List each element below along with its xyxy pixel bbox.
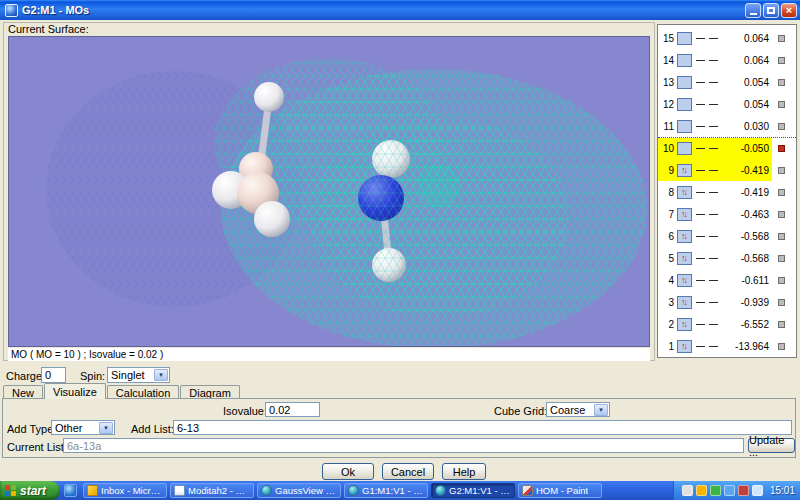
mo-row[interactable]: 6↑↓-0.568 bbox=[658, 225, 796, 247]
add-type-dropdown[interactable]: Other ▼ bbox=[51, 420, 115, 435]
chevron-down-icon[interactable]: ▼ bbox=[99, 422, 113, 434]
mo-occupancy-box[interactable]: ↑↓ bbox=[677, 340, 692, 353]
mo-row[interactable]: 7↑↓-0.463 bbox=[658, 203, 796, 225]
down-arrow-icon: ↓ bbox=[684, 210, 689, 219]
mo-occupancy-box[interactable]: ↑↓ bbox=[677, 186, 692, 199]
mo-row[interactable]: 5↑↓-0.568 bbox=[658, 247, 796, 269]
mo-row[interactable]: 9↑↓-0.419 bbox=[658, 159, 796, 181]
taskbar-item[interactable]: Inbox - Microsoft ... bbox=[83, 483, 167, 498]
mo-row[interactable]: 8↑↓-0.419 bbox=[658, 181, 796, 203]
help-button[interactable]: Help bbox=[442, 463, 486, 480]
mo-occupancy-box[interactable] bbox=[677, 142, 692, 155]
mo-row-main: 10-0.050 bbox=[658, 138, 772, 159]
chevron-down-icon[interactable]: ▼ bbox=[594, 404, 608, 416]
mo-select-checkbox[interactable] bbox=[778, 35, 785, 42]
mo-select-checkbox[interactable] bbox=[778, 79, 785, 86]
mo-select-checkbox[interactable] bbox=[778, 233, 785, 240]
mo-occupancy-box[interactable] bbox=[677, 98, 692, 111]
mo-row[interactable]: 150.064 bbox=[658, 27, 796, 49]
cancel-button[interactable]: Cancel bbox=[382, 463, 434, 480]
mo-select-checkbox[interactable] bbox=[778, 343, 785, 350]
mo-level-line bbox=[696, 280, 705, 281]
surface-status-text: MO ( MO = 10 ) ; Isovalue = 0.02 ) bbox=[8, 348, 650, 361]
gaussview-icon bbox=[348, 485, 359, 496]
mo-occupancy-box[interactable] bbox=[677, 120, 692, 133]
window-titlebar[interactable]: G2:M1 - MOs × bbox=[0, 0, 800, 20]
mo-row[interactable]: 140.064 bbox=[658, 49, 796, 71]
ok-button[interactable]: Ok bbox=[322, 463, 374, 480]
current-list-input[interactable] bbox=[63, 438, 744, 453]
mo-row[interactable]: 110.030 bbox=[658, 115, 796, 137]
start-button[interactable]: start bbox=[0, 481, 60, 500]
mo-row[interactable]: 2↑↓-6.552 bbox=[658, 313, 796, 335]
mo-row[interactable]: 120.054 bbox=[658, 93, 796, 115]
tab-new[interactable]: New bbox=[3, 385, 43, 399]
quick-launch-icon[interactable] bbox=[64, 484, 77, 497]
mo-level-line bbox=[696, 192, 705, 193]
mo-select-checkbox[interactable] bbox=[778, 211, 785, 218]
mo-energy-value: 0.054 bbox=[718, 77, 772, 88]
mo-occupancy-box[interactable]: ↑↓ bbox=[677, 164, 692, 177]
cube-grid-dropdown[interactable]: Coarse ▼ bbox=[546, 402, 610, 417]
isovalue-input[interactable] bbox=[265, 402, 320, 417]
taskbar-item[interactable]: HOM - Paint bbox=[518, 483, 602, 498]
add-list-input[interactable] bbox=[173, 420, 792, 435]
mo-occupancy-box[interactable]: ↑↓ bbox=[677, 274, 692, 287]
mo-occupancy-box[interactable]: ↑↓ bbox=[677, 296, 692, 309]
mo-select-checkbox[interactable] bbox=[778, 57, 785, 64]
tab-diagram[interactable]: Diagram bbox=[180, 385, 240, 399]
minimize-button-icon[interactable] bbox=[745, 3, 761, 18]
mo-occupancy-box[interactable]: ↑↓ bbox=[677, 208, 692, 221]
mo-row-main: 3↑↓-0.939 bbox=[658, 291, 772, 313]
taskbar-item[interactable]: G1:M1:V1 - New bbox=[344, 483, 428, 498]
mo-number: 10 bbox=[660, 143, 674, 154]
window-title: G2:M1 - MOs bbox=[22, 4, 745, 16]
mo-row[interactable]: 3↑↓-0.939 bbox=[658, 291, 796, 313]
mo-select-checkbox[interactable] bbox=[778, 189, 785, 196]
mo-select-checkbox[interactable] bbox=[778, 321, 785, 328]
mo-select-checkbox[interactable] bbox=[778, 299, 785, 306]
mo-energy-value: 0.064 bbox=[718, 55, 772, 66]
mo-number: 11 bbox=[660, 121, 674, 132]
mo-row[interactable]: 130.054 bbox=[658, 71, 796, 93]
taskbar-item[interactable]: GaussView 3.09 bbox=[257, 483, 341, 498]
chevron-down-icon[interactable]: ▼ bbox=[154, 369, 168, 381]
molecule-rendering bbox=[9, 37, 650, 347]
mo-row[interactable]: 4↑↓-0.611 bbox=[658, 269, 796, 291]
tab-calculation[interactable]: Calculation bbox=[107, 385, 179, 399]
mo-select-checkbox[interactable] bbox=[778, 277, 785, 284]
close-button-icon[interactable]: × bbox=[781, 3, 797, 18]
mo-level-line bbox=[709, 280, 718, 281]
mo-select-checkbox[interactable] bbox=[778, 255, 785, 262]
tray-icon[interactable] bbox=[738, 485, 749, 496]
mo-row[interactable]: 1↑↓-13.964 bbox=[658, 335, 796, 357]
mo-occupancy-box[interactable] bbox=[677, 76, 692, 89]
mo-select-checkbox[interactable] bbox=[778, 123, 785, 130]
mo-surface-viewport[interactable] bbox=[8, 36, 650, 347]
tray-icon[interactable] bbox=[710, 485, 721, 496]
charge-input[interactable] bbox=[41, 367, 66, 383]
mo-occupancy-box[interactable]: ↑↓ bbox=[677, 252, 692, 265]
mo-select-checkbox[interactable] bbox=[778, 145, 785, 152]
mo-select-checkbox[interactable] bbox=[778, 167, 785, 174]
mo-row-main: 6↑↓-0.568 bbox=[658, 225, 772, 247]
mo-occupancy-box[interactable]: ↑↓ bbox=[677, 230, 692, 243]
tray-icon[interactable] bbox=[752, 485, 763, 496]
taskbar-item[interactable]: Moditah2 - Chem... bbox=[170, 483, 254, 498]
tray-icon[interactable] bbox=[696, 485, 707, 496]
down-arrow-icon: ↓ bbox=[684, 298, 689, 307]
taskbar-item-label: G1:M1:V1 - New bbox=[362, 485, 424, 496]
tray-icon[interactable] bbox=[724, 485, 735, 496]
mo-row[interactable]: 10-0.050 bbox=[658, 137, 796, 159]
mo-select-checkbox[interactable] bbox=[778, 101, 785, 108]
tab-visualize[interactable]: Visualize bbox=[44, 383, 106, 399]
down-arrow-icon: ↓ bbox=[684, 320, 689, 329]
maximize-button-icon[interactable] bbox=[763, 3, 779, 18]
tray-icon[interactable] bbox=[682, 485, 693, 496]
mo-occupancy-box[interactable] bbox=[677, 32, 692, 45]
taskbar-item[interactable]: G2:M1:V1 - C:\Doc... bbox=[431, 483, 515, 498]
mo-occupancy-box[interactable]: ↑↓ bbox=[677, 318, 692, 331]
update-button[interactable]: Update ... bbox=[748, 438, 795, 453]
spin-dropdown[interactable]: Singlet ▼ bbox=[107, 367, 170, 383]
mo-occupancy-box[interactable] bbox=[677, 54, 692, 67]
